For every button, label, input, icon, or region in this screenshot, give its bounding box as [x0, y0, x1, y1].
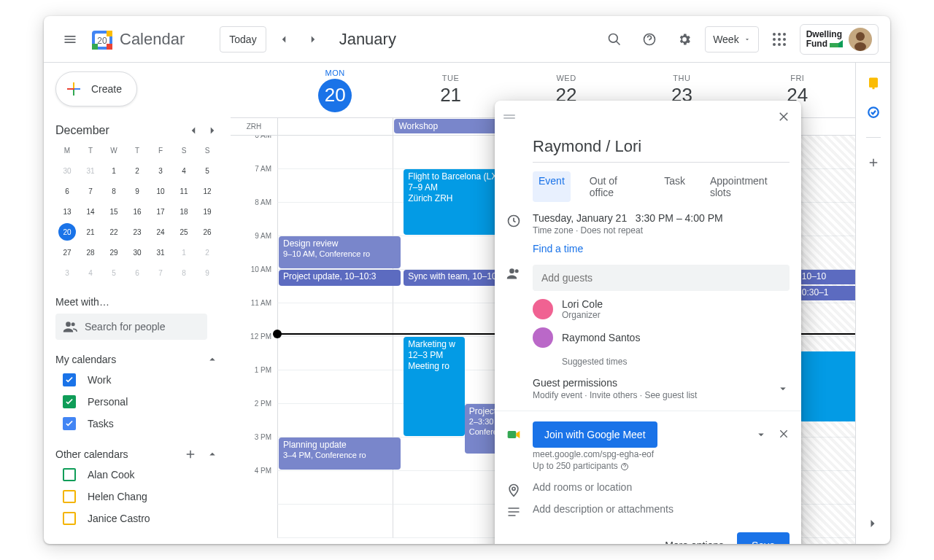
next-button[interactable]	[301, 28, 325, 51]
event-fri-1[interactable]: 10–10	[799, 270, 855, 284]
location-placeholder[interactable]: Add rooms or location	[533, 481, 632, 493]
calendar-item[interactable]: Helen Chang	[55, 486, 231, 508]
minimonth-day[interactable]: 4	[172, 160, 196, 181]
tasks-icon[interactable]	[866, 105, 881, 120]
minimonth-day[interactable]: 5	[196, 160, 219, 181]
hour-cell[interactable]	[393, 136, 508, 169]
minimonth-day[interactable]: 8	[172, 262, 196, 283]
minimonth-day[interactable]: 15	[102, 201, 126, 222]
minimonth-day[interactable]: 19	[196, 201, 219, 222]
search-button[interactable]	[600, 25, 629, 54]
minimonth-next[interactable]	[206, 124, 219, 137]
create-button[interactable]: Create	[55, 71, 137, 106]
event-planning-update[interactable]: Planning update 3–4 PM, Conference ro	[279, 438, 401, 470]
dialog-close-button[interactable]	[772, 105, 795, 128]
plus-icon[interactable]	[184, 448, 197, 461]
minimonth-day[interactable]: 2	[196, 242, 219, 262]
close-icon[interactable]	[778, 428, 790, 440]
checkbox-icon[interactable]	[63, 490, 76, 503]
search-people-input[interactable]: Search for people	[55, 314, 207, 340]
settings-button[interactable]	[670, 25, 699, 54]
my-calendars-header[interactable]: My calendars	[55, 353, 231, 366]
hour-cell[interactable]	[277, 505, 393, 538]
minimonth-day[interactable]: 6	[55, 181, 79, 201]
event-fri-2[interactable]: 0:30–1	[799, 286, 855, 300]
minimonth-day[interactable]: 31	[79, 160, 102, 181]
prev-button[interactable]	[272, 28, 296, 51]
minimonth-day[interactable]: 21	[79, 222, 102, 242]
checkbox-icon[interactable]	[63, 468, 76, 481]
event-design-review[interactable]: Design review 9–10 AM, Conference ro	[279, 236, 401, 268]
hour-cell[interactable]	[393, 236, 508, 270]
drag-handle[interactable]	[501, 114, 518, 119]
minimonth-day[interactable]: 10	[149, 181, 172, 201]
other-calendars-header[interactable]: Other calendars	[55, 448, 231, 461]
hour-cell[interactable]	[277, 404, 393, 438]
hour-cell[interactable]	[277, 471, 393, 505]
day-header-tue[interactable]: TUE21	[393, 63, 508, 117]
minimonth-day[interactable]: 7	[149, 262, 172, 283]
guest-permissions[interactable]: Guest permissions Modify event · Invite …	[533, 377, 790, 400]
help-icon[interactable]	[620, 462, 629, 471]
minimonth-day[interactable]: 24	[149, 222, 172, 242]
today-button[interactable]: Today	[220, 26, 266, 52]
tab-ooo[interactable]: Out of office	[584, 171, 645, 202]
keep-icon[interactable]	[866, 76, 881, 90]
minimonth-day[interactable]: 13	[55, 201, 79, 222]
minimonth-day[interactable]: 9	[196, 262, 219, 283]
rail-toggle[interactable]	[860, 510, 886, 537]
minimonth-day[interactable]: 30	[126, 242, 149, 262]
checkbox-icon[interactable]	[63, 395, 76, 408]
hour-cell[interactable]	[393, 505, 508, 538]
minimonth-day[interactable]: 31	[149, 242, 172, 262]
hour-cell[interactable]	[277, 337, 393, 370]
chevron-down-icon[interactable]	[754, 428, 768, 441]
event-datetime[interactable]: Tuesday, January 21 3:30 PM – 4:00 PM	[533, 212, 723, 224]
minimonth-day[interactable]: 3	[149, 160, 172, 181]
minimonth-day[interactable]: 2	[126, 160, 149, 181]
save-button[interactable]: Save	[737, 532, 790, 544]
calendar-item[interactable]: Personal	[55, 391, 231, 413]
suggested-times[interactable]: Suggested times	[562, 357, 790, 367]
find-time-link[interactable]: Find a time	[533, 243, 583, 254]
calendar-item[interactable]: Alan Cook	[55, 464, 231, 486]
minimonth-day[interactable]: 16	[126, 201, 149, 222]
minimonth-day[interactable]: 23	[126, 222, 149, 242]
event-project-update[interactable]: Project update, 10–10:3	[279, 270, 401, 286]
day-header-mon[interactable]: MON20	[277, 63, 393, 117]
add-guests-input[interactable]	[533, 265, 790, 291]
tab-task[interactable]: Task	[658, 171, 691, 202]
menu-button[interactable]	[55, 25, 85, 54]
hour-cell[interactable]	[277, 203, 393, 236]
allday-event-workshop[interactable]: Workshop	[394, 119, 507, 133]
minimonth-day[interactable]: 5	[102, 262, 126, 283]
event-tz-repeat[interactable]: Time zone · Does not repeat	[533, 225, 723, 236]
event-fri-block[interactable]	[799, 351, 855, 421]
checkbox-icon[interactable]	[63, 373, 76, 386]
minimonth-day[interactable]: 3	[55, 262, 79, 283]
guest-item[interactable]: Raymond Santos	[533, 327, 790, 348]
hour-cell[interactable]	[393, 471, 508, 505]
minimonth-day[interactable]: 22	[102, 222, 126, 242]
description-placeholder[interactable]: Add description or attachments	[533, 503, 674, 515]
add-addon-icon[interactable]	[866, 155, 881, 170]
checkbox-icon[interactable]	[63, 417, 76, 430]
minimonth-day[interactable]: 18	[172, 201, 196, 222]
minimonth-day[interactable]: 14	[79, 201, 102, 222]
minimonth-day[interactable]: 4	[79, 262, 102, 283]
minimonth-day[interactable]: 12	[196, 181, 219, 201]
hour-cell[interactable]	[393, 303, 508, 337]
minimonth-day[interactable]: 1	[102, 160, 126, 181]
minimonth-day[interactable]: 25	[172, 222, 196, 242]
minimonth-day[interactable]: 6	[126, 262, 149, 283]
checkbox-icon[interactable]	[63, 512, 76, 525]
tab-appointment[interactable]: Appointment slots	[704, 171, 790, 202]
view-selector[interactable]: Week	[705, 26, 759, 52]
hour-cell[interactable]	[277, 169, 393, 203]
event-marketing[interactable]: Marketing w 12–3 PM Meeting ro	[404, 337, 465, 436]
join-meet-button[interactable]: Join with Google Meet	[533, 421, 657, 448]
minimonth-day[interactable]: 11	[172, 181, 196, 201]
hour-cell[interactable]	[277, 303, 393, 337]
hour-cell[interactable]	[277, 370, 393, 404]
more-options-button[interactable]: More options	[665, 540, 724, 544]
